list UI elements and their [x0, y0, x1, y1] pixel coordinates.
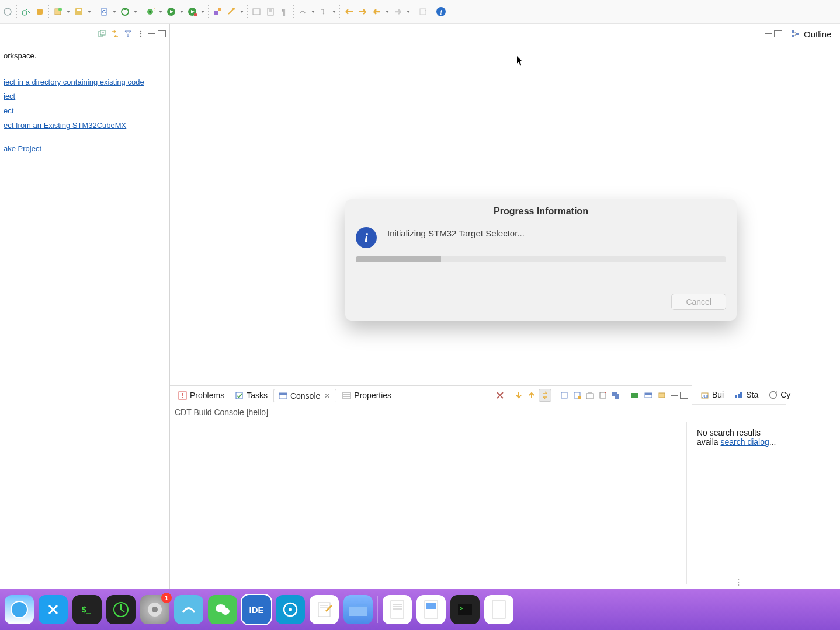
link-project-2[interactable]: ect	[4, 104, 166, 119]
svg-text:!: !	[182, 392, 183, 399]
dock-terminal[interactable]: $_	[72, 595, 102, 624]
link-project-1[interactable]: ject	[4, 89, 166, 104]
dock-terminal-2[interactable]: >	[450, 595, 480, 624]
debug-dropdown[interactable]	[158, 5, 164, 18]
skip-breakpoints-icon[interactable]	[19, 5, 32, 18]
svg-rect-39	[343, 392, 350, 399]
scroll-up-icon[interactable]	[526, 389, 537, 401]
stop-icon[interactable]	[33, 5, 46, 18]
step-into-icon[interactable]	[317, 5, 330, 18]
dock-file-3[interactable]	[484, 595, 513, 624]
svg-rect-45	[586, 394, 593, 399]
dock-wechat[interactable]	[208, 595, 237, 624]
svg-point-32	[140, 33, 141, 34]
editor-minimize-icon[interactable]	[765, 33, 772, 34]
dock-activity[interactable]	[106, 595, 136, 624]
console-output[interactable]	[175, 422, 687, 584]
nav-back-icon[interactable]	[370, 5, 383, 18]
cancel-button[interactable]: Cancel	[671, 294, 726, 310]
undo-history-icon[interactable]	[342, 5, 355, 18]
console-minimize-icon[interactable]	[671, 395, 678, 396]
tab-properties[interactable]: Properties	[338, 389, 396, 402]
link-cubemx[interactable]: ect from an Existing STM32CubeMX	[4, 119, 166, 133]
view-menu-icon[interactable]: ⋮	[735, 577, 744, 586]
dock-folder[interactable]	[343, 595, 373, 624]
new-dropdown[interactable]	[65, 5, 71, 18]
show-whitespace-icon[interactable]	[264, 5, 277, 18]
build-config-icon[interactable]: C	[98, 5, 110, 18]
nav-forward-dropdown[interactable]	[405, 5, 411, 18]
tab-static[interactable]: Sta	[730, 388, 763, 401]
redo-history-icon[interactable]	[356, 5, 369, 18]
remove-all-icon[interactable]	[597, 389, 609, 401]
tab-label: Bui	[712, 390, 724, 399]
link-existing-code[interactable]: ject in a directory containing existing …	[4, 75, 166, 90]
display-console-icon[interactable]	[629, 389, 640, 401]
paragraph-icon[interactable]: ¶	[278, 5, 291, 18]
terminate-icon[interactable]	[494, 389, 506, 401]
save-dropdown[interactable]	[86, 5, 92, 18]
tab-problems[interactable]: ! Problems	[173, 389, 229, 402]
open-console-icon[interactable]	[643, 389, 654, 401]
search-icon[interactable]	[225, 5, 238, 18]
debug-icon[interactable]: ★	[144, 5, 157, 18]
pin-console-icon[interactable]	[610, 389, 622, 401]
search-dialog-link[interactable]: search dialog	[720, 437, 769, 447]
console-tool-2-icon[interactable]	[571, 389, 583, 401]
perspective-icon[interactable]	[1, 5, 14, 18]
new-console-icon[interactable]	[657, 389, 668, 401]
build-config-dropdown[interactable]	[112, 5, 117, 18]
close-icon[interactable]: ✕	[323, 392, 331, 400]
svg-text:★: ★	[154, 7, 155, 12]
dock-xcode[interactable]	[39, 595, 68, 624]
nav-forward-icon[interactable]	[391, 5, 404, 18]
run-icon[interactable]	[165, 5, 178, 18]
filter-icon[interactable]	[123, 29, 133, 39]
run-dropdown[interactable]	[179, 5, 185, 18]
search-suffix: ...	[769, 437, 776, 447]
step-over-dropdown[interactable]	[310, 5, 316, 18]
svg-text:¶: ¶	[282, 7, 286, 16]
minimize-icon[interactable]	[148, 33, 155, 34]
scroll-down-icon[interactable]	[513, 389, 525, 401]
link-make-project[interactable]: ake Project	[4, 142, 166, 156]
tab-tasks[interactable]: Tasks	[230, 389, 272, 402]
svg-rect-79	[391, 601, 404, 618]
dock-file-1[interactable]	[383, 595, 412, 624]
pin-icon[interactable]	[416, 5, 429, 18]
console-maximize-icon[interactable]	[680, 392, 688, 399]
clear-console-icon[interactable]	[584, 389, 596, 401]
step-into-dropdown[interactable]	[331, 5, 337, 18]
tab-console[interactable]: Console ✕	[273, 389, 336, 403]
view-menu-icon[interactable]	[136, 29, 146, 39]
search-dropdown[interactable]	[239, 5, 245, 18]
scroll-lock-icon[interactable]	[539, 389, 551, 402]
dock-settings[interactable]: 1	[140, 595, 169, 624]
toggle-block-icon[interactable]	[250, 5, 263, 18]
dock-ide[interactable]: IDE	[242, 595, 271, 624]
new-class-icon[interactable]	[211, 5, 224, 18]
editor-maximize-icon[interactable]	[774, 30, 782, 37]
dock-safari[interactable]	[5, 595, 34, 624]
info-icon[interactable]: i	[435, 5, 447, 18]
dock-app-1[interactable]	[174, 595, 203, 624]
build-all-dropdown[interactable]	[133, 5, 138, 18]
link-editor-icon[interactable]	[110, 29, 120, 39]
run-last-icon[interactable]	[186, 5, 199, 18]
new-icon[interactable]	[51, 5, 64, 18]
run-last-dropdown[interactable]	[200, 5, 206, 18]
console-tool-1-icon[interactable]	[558, 389, 570, 401]
dock-file-2[interactable]	[416, 595, 446, 624]
dock-app-2[interactable]	[276, 595, 305, 624]
tab-build[interactable]: 010 Bui	[696, 388, 728, 401]
maximize-icon[interactable]	[158, 30, 166, 37]
collapse-all-icon[interactable]	[97, 29, 107, 39]
build-all-icon[interactable]	[119, 5, 131, 18]
svg-point-31	[140, 31, 141, 32]
step-over-icon[interactable]	[296, 5, 309, 18]
nav-back-dropdown[interactable]	[384, 5, 390, 18]
save-icon[interactable]	[72, 5, 85, 18]
build-icon: 010	[700, 391, 709, 399]
dock-textedit[interactable]	[310, 595, 339, 624]
svg-point-70	[152, 607, 158, 612]
